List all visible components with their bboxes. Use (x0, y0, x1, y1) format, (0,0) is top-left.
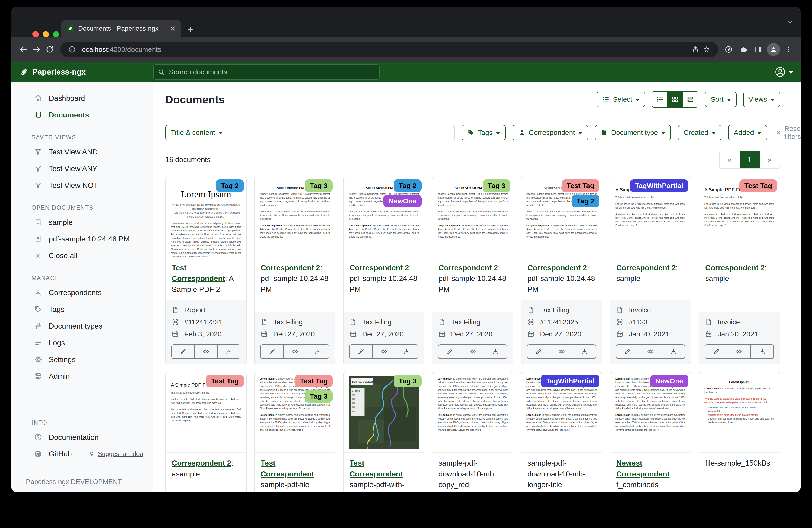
document-card[interactable]: Boundary Waters TripLegendTag 3Test Corr… (343, 372, 424, 492)
edit-button[interactable] (616, 345, 639, 358)
document-thumbnail[interactable]: Adobe Acrobat PDF FilesAdobe® Portable D… (255, 177, 335, 257)
correspondent-link[interactable]: Test Correspondent (172, 263, 225, 283)
correspondent-link[interactable]: Correspondent 2 (705, 263, 765, 272)
window-close-button[interactable] (32, 31, 39, 38)
view-button[interactable] (194, 345, 217, 358)
tag-badge[interactable]: Tag 2 (394, 180, 422, 192)
document-thumbnail[interactable]: A Simple PDF FileThis is a small demonst… (699, 177, 780, 257)
detail-view-button[interactable] (683, 92, 698, 107)
document-thumbnail[interactable]: Lorem Ipsum is simply dummy text of the … (433, 372, 513, 453)
sidebar-item-test-view-any[interactable]: Test View ANY (11, 160, 153, 177)
tag-badge[interactable]: Tag 2 (216, 180, 244, 192)
browser-tab[interactable]: Documents - Paperless-ngx ✕ (61, 20, 181, 37)
view-button[interactable] (550, 345, 573, 358)
user-menu[interactable] (774, 66, 793, 78)
new-tab-button[interactable]: + (188, 25, 193, 34)
document-card-title[interactable]: Newest Correspondent: f_combineds (610, 453, 691, 492)
sidebar-item-tags[interactable]: Tags (11, 301, 153, 318)
tab-search-chevron-icon[interactable] (786, 18, 794, 27)
sidebar-item-open-sample[interactable]: sample (11, 214, 153, 231)
download-button[interactable] (395, 345, 418, 358)
extensions-puzzle-icon[interactable] (737, 43, 750, 56)
select-button[interactable]: Select (597, 92, 645, 107)
document-card-title[interactable]: Correspondent 2: pdf-sample 10.24.48 PM (433, 257, 513, 312)
edit-button[interactable] (438, 345, 461, 358)
edit-button[interactable] (527, 345, 550, 358)
window-zoom-button[interactable] (53, 31, 59, 38)
view-button[interactable] (461, 345, 484, 358)
download-button[interactable] (662, 345, 684, 358)
forward-button[interactable] (30, 43, 43, 56)
reset-filters-button[interactable]: ✕Reset filters (776, 125, 801, 141)
document-thumbnail[interactable]: Adobe Acrobat PDF FilesAdobe® Portable D… (344, 177, 424, 257)
pagination-next-button[interactable]: » (759, 151, 780, 168)
sidebar-item-admin[interactable]: Admin (11, 368, 153, 385)
tag-badge[interactable]: Test Tag (206, 375, 244, 387)
views-button[interactable]: Views (743, 92, 780, 107)
document-card[interactable]: Adobe Acrobat PDF FilesAdobe® Portable D… (432, 177, 513, 364)
sidebar-item-github-extra[interactable]: Suggest an idea (88, 451, 143, 458)
document-thumbnail[interactable]: Adobe Acrobat PDF FilesAdobe® Portable D… (433, 177, 513, 257)
sidebar-item-dashboard[interactable]: Dashboard (11, 90, 153, 106)
sidebar-item-logs[interactable]: Logs (11, 334, 153, 351)
pagination-page-1[interactable]: 1 (740, 151, 759, 168)
correspondent-link[interactable]: Newest Correspondent (616, 459, 669, 478)
document-thumbnail[interactable]: Lorem Ipsum"Neque porro quisquam est qui… (166, 177, 246, 257)
document-card-title[interactable]: Correspondent 2: sample (699, 257, 780, 312)
document-card[interactable]: Adobe Acrobat PDF FilesAdobe® Portable D… (521, 177, 602, 364)
filter-correspondent-button[interactable]: Correspondent (512, 125, 588, 140)
tag-badge[interactable]: NewOne (650, 375, 688, 387)
document-card[interactable]: A Simple PDF FileThis is a small demonst… (699, 177, 780, 364)
document-thumbnail[interactable]: Lorem Ipsum is simply dummy text of the … (521, 372, 602, 453)
sidebar-item-github[interactable]: GitHubSuggest an idea (11, 445, 153, 462)
bookmark-star-icon[interactable] (701, 44, 712, 55)
back-button[interactable] (17, 43, 30, 56)
list-view-button[interactable] (652, 92, 667, 107)
document-thumbnail[interactable]: A Simple PDF FileThis is a small demonst… (610, 177, 691, 257)
document-card-title[interactable]: Correspondent 2: asample (166, 453, 246, 492)
tag-badge[interactable]: TagWithPartial (630, 180, 688, 192)
grid-view-button[interactable] (667, 92, 683, 107)
document-thumbnail[interactable]: Lorem Ipsum is simply dummy text of the … (255, 372, 335, 453)
document-card[interactable]: Adobe Acrobat PDF FilesAdobe® Portable D… (343, 177, 424, 364)
edit-button[interactable] (705, 345, 728, 358)
document-card[interactable]: Lorem Ipsum is simply dummy text of the … (254, 372, 335, 492)
download-button[interactable] (217, 345, 240, 358)
sidebar-item-open-pdf-sample[interactable]: pdf-sample 10.24.48 PM (11, 231, 153, 247)
document-card-title[interactable]: sample-pdf-download-10-mb copy_red (433, 453, 513, 492)
tag-badge[interactable]: Test Tag (739, 180, 777, 192)
download-button[interactable] (306, 345, 329, 358)
filter-created-button[interactable]: Created (678, 125, 721, 140)
filter-tags-button[interactable]: Tags (462, 125, 506, 140)
document-card[interactable]: Lorem ipsumLorem ipsum dolor sit amet, c… (699, 372, 780, 492)
title-content-input[interactable] (228, 125, 455, 140)
document-card-title[interactable]: Correspondent 2: pdf-sample 10.24.48 PM (521, 257, 602, 300)
edit-button[interactable] (172, 345, 194, 358)
filter-added-button[interactable]: Added (728, 125, 767, 140)
filter-document-type-button[interactable]: Document type (595, 125, 671, 140)
window-minimize-button[interactable] (43, 31, 49, 38)
document-thumbnail[interactable]: Boundary Waters TripLegendTag 3 (344, 372, 424, 453)
tag-badge[interactable]: Tag 3 (394, 375, 422, 387)
sidebar-item-test-view-and[interactable]: Test View AND (11, 143, 153, 160)
app-brand[interactable]: Paperless-ngx (19, 67, 153, 77)
tab-close-icon[interactable]: ✕ (170, 25, 176, 33)
sort-button[interactable]: Sort (705, 92, 736, 107)
document-card-title[interactable]: Correspondent 2: pdf-sample 10.24.48 PM (255, 257, 335, 312)
document-card[interactable]: Lorem Ipsum"Neque porro quisquam est qui… (165, 177, 247, 364)
document-thumbnail[interactable]: Lorem Ipsum is simply dummy text of the … (610, 372, 691, 453)
sidebar-item-settings[interactable]: Settings (11, 351, 153, 368)
sidebar-item-correspondents[interactable]: Correspondents (11, 284, 153, 301)
document-card-title[interactable]: Correspondent 2: sample (610, 257, 691, 300)
view-button[interactable] (372, 345, 395, 358)
correspondent-link[interactable]: Correspondent 2 (350, 263, 409, 272)
view-button[interactable] (639, 345, 662, 358)
document-card[interactable]: Lorem Ipsum is simply dummy text of the … (610, 372, 691, 492)
document-card[interactable]: Lorem Ipsum is simply dummy text of the … (521, 372, 602, 492)
edit-button[interactable] (350, 345, 372, 358)
side-panel-icon[interactable] (752, 43, 765, 56)
correspondent-link[interactable]: Correspondent 2 (261, 263, 320, 272)
pagination-prev-button[interactable]: « (720, 151, 740, 168)
site-info-icon[interactable] (67, 44, 77, 55)
view-button[interactable] (283, 345, 306, 358)
